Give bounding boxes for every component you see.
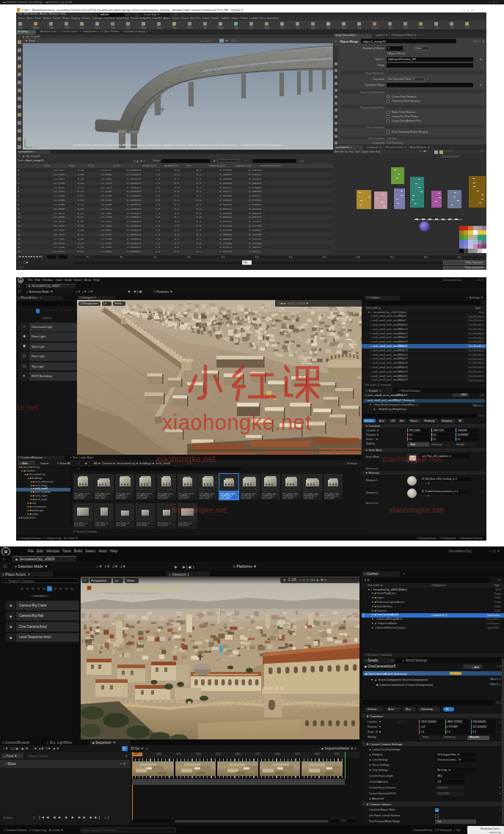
svg-text:40mm: 40mm: [224, 648, 232, 651]
